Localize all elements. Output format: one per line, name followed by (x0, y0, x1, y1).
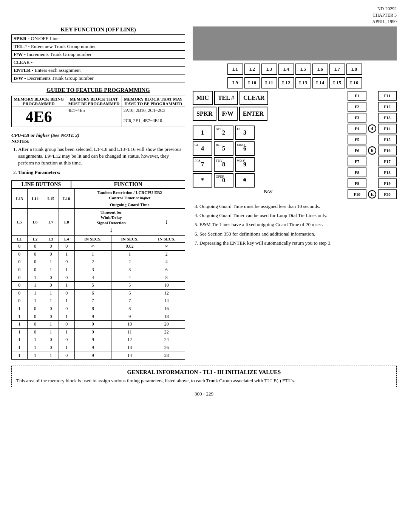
table-cell: 0 (43, 274, 59, 282)
key-button[interactable]: TEL # (214, 91, 238, 105)
key-button[interactable]: * (193, 173, 212, 188)
key-button[interactable]: F/W (218, 107, 238, 121)
l-button[interactable]: L2 (244, 64, 260, 75)
th-insecs1: IN SECS. (74, 235, 111, 242)
f-button[interactable]: F16 (378, 146, 397, 155)
key-button[interactable]: 1 (193, 126, 212, 140)
keypad-left: MICTEL #CLEARSPKRF/WENTER1ABC2DEF3GHI4JK… (193, 91, 344, 199)
l-button[interactable]: L1 (227, 64, 243, 75)
key-button[interactable]: OPER0 (214, 173, 233, 188)
table-cell: 0 (12, 282, 28, 290)
table-cell: 1 (12, 328, 28, 336)
table-cell: 13 (111, 344, 148, 352)
f-button[interactable]: F5 (348, 135, 366, 144)
table-cell: 1 (59, 313, 74, 321)
phone-display (193, 26, 397, 60)
th-l16: L16 (59, 189, 74, 208)
right-note-item: See Section 350 for definitions and addi… (199, 231, 397, 237)
key-button[interactable]: MNO6 (235, 141, 255, 156)
table-cell: 8 (111, 305, 148, 313)
main-data-table: L13 L14 L15 L16 Tandem Restriction / LCR… (11, 189, 185, 360)
key-button[interactable]: CLEAR (240, 91, 268, 105)
table-cell: 7 (74, 297, 111, 305)
key-button[interactable]: WXY9 (235, 157, 255, 172)
f-button[interactable]: F6 (348, 146, 366, 155)
key-button[interactable]: SPKR (193, 107, 216, 121)
key-button[interactable]: TUV8 (214, 157, 233, 172)
table-cell: 5 (111, 282, 148, 290)
f-button[interactable]: F9 (348, 178, 366, 188)
table-cell: 10 (111, 321, 148, 329)
table-cell: 20 (148, 321, 185, 329)
key-button[interactable]: PRS7 (193, 157, 212, 172)
notes-section: CPU-EB or higher (See NOTE 2) NOTES: Aft… (11, 132, 185, 176)
f-button[interactable]: F3 (348, 113, 366, 123)
key-button[interactable]: DEF3 (235, 126, 255, 140)
key-button[interactable]: ABC2 (214, 126, 233, 140)
table-cell: 0 (12, 297, 28, 305)
table-cell: 2 (74, 258, 111, 266)
l-button[interactable]: L10 (244, 77, 260, 88)
table-cell: 1 (59, 344, 74, 352)
th-insecs3: IN SECS. (148, 235, 185, 242)
l-button[interactable]: L3 (261, 64, 277, 75)
th-l8: L8 (59, 208, 74, 235)
table-cell: 1 (43, 328, 59, 336)
table-cell: 0 (12, 274, 28, 282)
key-button[interactable]: MIC (193, 91, 213, 105)
table-cell: 1 (12, 344, 28, 352)
table-cell: 6 (148, 266, 185, 274)
table-cell: 0 (43, 243, 59, 251)
f-button[interactable]: F19 (378, 178, 397, 188)
f-button[interactable]: F20 (378, 189, 397, 199)
f-button[interactable]: F1 (348, 91, 366, 101)
l-button[interactable]: L7 (329, 64, 345, 75)
guide-title: GUIDE TO FEATURE PROGRAMMING (11, 87, 185, 93)
f-button[interactable]: F8 (348, 168, 366, 177)
th-timeout: Timeout forWink/DelaySignal Detection↓ (74, 208, 148, 235)
l-button[interactable]: L14 (312, 77, 328, 88)
key-button[interactable]: JKL5 (214, 141, 233, 156)
f-button[interactable]: F12 (378, 102, 397, 112)
l-button[interactable]: L16 (346, 77, 362, 88)
f-button[interactable]: F17 (378, 157, 397, 166)
header-line2: CHAPTER 3 (372, 12, 397, 19)
f-button[interactable]: F4 (348, 124, 366, 133)
l-button[interactable]: L4 (278, 64, 294, 75)
table-cell: 1 (27, 289, 43, 297)
right-note-item: Depressing the ENTER key will automatica… (199, 240, 397, 247)
guide-row1-col2: 4E1~4E5 (66, 107, 122, 117)
f-button[interactable]: F11 (378, 91, 397, 101)
f-button[interactable]: F13 (378, 113, 397, 123)
table-cell: 9 (74, 321, 111, 329)
table-cell: 6 (111, 289, 148, 297)
key-function-table: SPKR - ON/OFF LineTEL # - Enters new Tru… (11, 34, 185, 82)
l-button[interactable]: L13 (295, 77, 311, 88)
key-func-row: TEL # - Enters new Trunk Group number (12, 43, 185, 51)
f-button[interactable]: F18 (378, 168, 397, 177)
l-button[interactable]: L9 (227, 77, 243, 88)
table-cell: 1 (111, 250, 148, 258)
l-button[interactable]: L8 (346, 64, 362, 75)
right-column: L1L2L3L4L5L6L7L8 L9L10L11L12L13L14L15L16… (193, 26, 397, 360)
f-button[interactable]: F2 (348, 102, 366, 112)
l-button[interactable]: L5 (295, 64, 311, 75)
table-cell: 0 (59, 305, 74, 313)
key-button[interactable]: ENTER (239, 107, 267, 121)
f-button[interactable]: F15 (378, 135, 397, 144)
f-button[interactable]: F7 (348, 157, 366, 166)
table-cell: 0 (27, 266, 43, 274)
table-cell: 18 (148, 313, 185, 321)
table-cell: 1 (43, 297, 59, 305)
left-column: KEY FUNCTION (OFF LINE) SPKR - ON/OFF Li… (11, 26, 185, 360)
key-button[interactable]: GHI4 (193, 141, 212, 156)
l-button[interactable]: L6 (312, 64, 328, 75)
f-button[interactable]: F10 (348, 189, 366, 199)
key-button[interactable]: # (235, 173, 255, 188)
table-cell: 24 (148, 336, 185, 344)
l-button[interactable]: L11 (261, 77, 277, 88)
l-button[interactable]: L15 (329, 77, 345, 88)
f-button[interactable]: F14 (378, 124, 397, 133)
table-cell: 1 (12, 321, 28, 329)
l-button[interactable]: L12 (278, 77, 294, 88)
